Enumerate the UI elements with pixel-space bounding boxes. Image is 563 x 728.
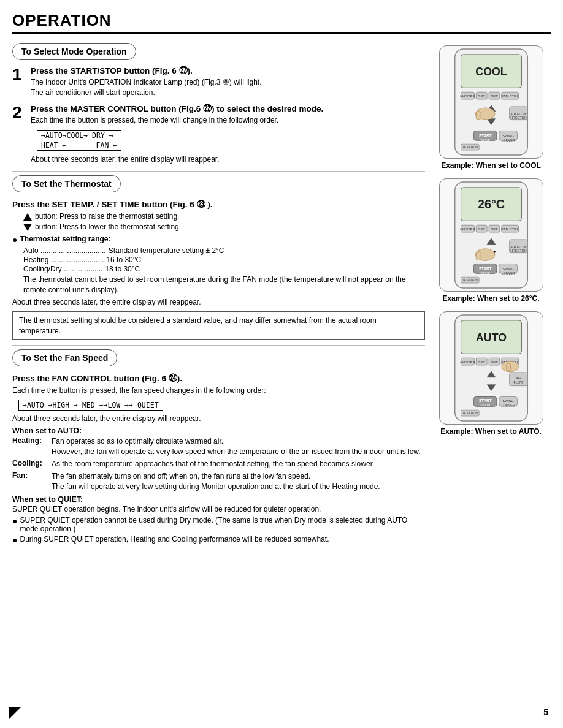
cooling-label: Cooling: — [12, 459, 48, 469]
svg-text:LOUVER: LOUVER — [501, 138, 515, 142]
remote-caption-cool: Example: When set to COOL — [441, 161, 541, 170]
step-1-line1: The Indoor Unit's OPERATION Indicator La… — [31, 77, 425, 88]
step-1-line2: The air conditioner will start operation… — [31, 88, 425, 98]
cooling-desc-row: Cooling: As the room temperature approac… — [12, 459, 425, 469]
quiet-bullet2: During SUPER QUIET operation, Heating an… — [20, 535, 329, 545]
range-heating-label: Heating .......................... — [23, 256, 104, 264]
remote-caption-26: Example: When set to 26°C. — [442, 294, 539, 303]
step-2-content: Press the MASTER CONTROL button (Fig.6 ㉒… — [31, 104, 425, 165]
svg-text:SWING: SWING — [502, 134, 513, 138]
svg-text:FAN CTRL: FAN CTRL — [501, 227, 519, 231]
thermostat-note-box: The thermostat setting should be conside… — [12, 311, 425, 341]
down-btn-text: button: Press to lower the thermostat se… — [35, 222, 181, 231]
range-heating-val: 16 to 30°C — [106, 256, 141, 264]
svg-text:SET: SET — [491, 227, 498, 231]
remote-img-auto: AUTO MASTER SET SET FAN CTRL AIR FLOW — [439, 311, 543, 425]
flow-arrow-dry: → DRY ⟶ — [83, 131, 113, 140]
svg-rect-69 — [506, 363, 510, 371]
remote-img-26: 26°C MASTER SET SET FAN CTRL AIR FLO — [439, 178, 543, 292]
fan-flow-desc: Each time the button is pressed, the fan… — [12, 386, 425, 395]
mode-flow-diagram: →AUTO →COOL → DRY ⟶ HEAT ← FAN ← — [37, 130, 121, 151]
fan-section-title: To Set the Fan Speed — [21, 353, 108, 363]
when-quiet-title: When set to QUIET: — [12, 495, 425, 504]
mode-section-title: To Select Mode Operation — [21, 47, 127, 56]
fan-section-box: To Set the Fan Speed — [12, 349, 117, 366]
svg-text:DIRECTION: DIRECTION — [509, 116, 527, 119]
remote-img-cool: COOL MASTER SET SET FAN CTRL — [439, 45, 543, 159]
cooling-val: As the room temperature approaches that … — [52, 459, 425, 469]
fan-note: About three seconds later, the entire di… — [12, 414, 425, 423]
remote-svg-auto: AUTO MASTER SET SET FAN CTRL AIR FLOW — [440, 312, 543, 424]
page-title: OPERATION — [12, 11, 112, 29]
page: OPERATION To Select Mode Operation 1 Pre… — [0, 0, 563, 728]
svg-text:COOL: COOL — [475, 66, 507, 78]
step-1-heading: Press the START/STOP button (Fig. 6 ㉗). — [31, 66, 425, 75]
svg-text:AIR: AIR — [515, 376, 521, 380]
svg-text:STOP: STOP — [480, 271, 490, 275]
step-1-number: 1 — [12, 66, 26, 98]
up-btn-row: button: Press to raise the thermostat se… — [12, 212, 425, 221]
mode-section-box: To Select Mode Operation — [12, 43, 136, 60]
down-btn-row: button: Press to lower the thermostat se… — [12, 222, 425, 231]
svg-text:MASTER: MASTER — [460, 360, 475, 364]
svg-text:FAN CTRL: FAN CTRL — [501, 94, 519, 98]
range-auto-val: Standard temperature setting ± 2°C — [109, 246, 224, 255]
corner-arrow-icon — [9, 707, 21, 719]
flow-arrow-auto: →AUTO — [41, 131, 63, 140]
fan-label: Fan: — [12, 471, 48, 492]
quiet-line1: SUPER QUIET operation begins. The indoor… — [12, 505, 425, 514]
thermostat-bullet-section: ● Thermostat setting range: Auto .......… — [12, 235, 425, 306]
fan-sub-heading: Press the FAN CONTROL button (Fig. 6 ㉔). — [12, 374, 425, 383]
step-2-number: 2 — [12, 104, 26, 165]
thermostat-section-title: To Set the Thermostat — [21, 179, 112, 189]
svg-text:SET: SET — [491, 360, 498, 364]
svg-text:DIRECTION: DIRECTION — [509, 249, 527, 252]
svg-text:START: START — [478, 267, 491, 271]
fan-speed-flow: →AUTO →HIGH → MED →→LOW →→ QUIET — [18, 400, 163, 411]
svg-text:SET: SET — [478, 94, 485, 98]
svg-text:SET: SET — [478, 227, 485, 231]
svg-text:TEST RUN: TEST RUN — [462, 412, 478, 415]
svg-text:SET: SET — [478, 360, 485, 364]
svg-text:LOUVER: LOUVER — [501, 271, 515, 275]
step-2: 2 Press the MASTER CONTROL button (Fig.6… — [12, 104, 425, 165]
heating-desc-row: Heating: Fan operates so as to optimally… — [12, 436, 425, 457]
svg-text:STOP: STOP — [480, 403, 490, 407]
fan-mode-note: The thermostat cannot be used to set roo… — [23, 275, 425, 295]
quiet-bullet1-row: ● SUPER QUIET operation cannot be used d… — [12, 516, 425, 533]
range-auto-row: Auto ................................ St… — [23, 246, 425, 255]
flow-fan: FAN ← — [96, 141, 118, 150]
page-header: OPERATION — [12, 11, 551, 34]
range-cooling-row: Cooling/Dry ................... 18 to 30… — [23, 265, 425, 273]
remote-figure-26: 26°C MASTER SET SET FAN CTRL AIR FLO — [431, 178, 551, 303]
bullet-title-row: ● Thermostat setting range: — [12, 235, 425, 245]
quiet-bullet1: SUPER QUIET operation cannot be used dur… — [20, 516, 425, 533]
svg-text:26°C: 26°C — [477, 197, 504, 211]
svg-text:START: START — [478, 134, 491, 138]
thermostat-bullet-title: Thermostat setting range: — [20, 235, 110, 243]
step-1: 1 Press the START/STOP button (Fig. 6 ㉗)… — [12, 66, 425, 98]
flow-box: →AUTO →COOL → DRY ⟶ HEAT ← FAN ← — [37, 130, 121, 151]
mode-note: About three seconds later, the entire di… — [31, 154, 425, 165]
svg-text:SWING: SWING — [502, 399, 513, 403]
bullet-icon-1: ● — [12, 516, 17, 533]
range-cooling-val: 18 to 30°C — [105, 265, 140, 273]
svg-rect-17 — [476, 112, 481, 120]
remote-caption-auto: Example: When set to AUTO. — [440, 427, 542, 436]
flow-arrow-cool: →COOL — [63, 131, 84, 140]
triangle-down-icon — [23, 224, 32, 231]
divider-1 — [12, 171, 425, 172]
triangle-up-icon — [23, 213, 32, 221]
thermostat-note-text: The thermostat setting should be conside… — [19, 316, 377, 335]
range-auto-label: Auto ................................ — [23, 246, 106, 255]
step-1-content: Press the START/STOP button (Fig. 6 ㉗). … — [31, 66, 425, 98]
right-col: COOL MASTER SET SET FAN CTRL — [431, 43, 551, 547]
range-heating-row: Heating .......................... 16 to… — [23, 256, 425, 264]
svg-text:START: START — [478, 398, 491, 403]
divider-2 — [12, 345, 425, 346]
heating-label: Heating: — [12, 436, 48, 457]
svg-rect-43 — [476, 252, 481, 260]
range-cooling-label: Cooling/Dry ................... — [23, 265, 102, 273]
remote-svg-26: 26°C MASTER SET SET FAN CTRL AIR FLO — [440, 179, 543, 291]
range-rows: Auto ................................ St… — [12, 246, 425, 295]
